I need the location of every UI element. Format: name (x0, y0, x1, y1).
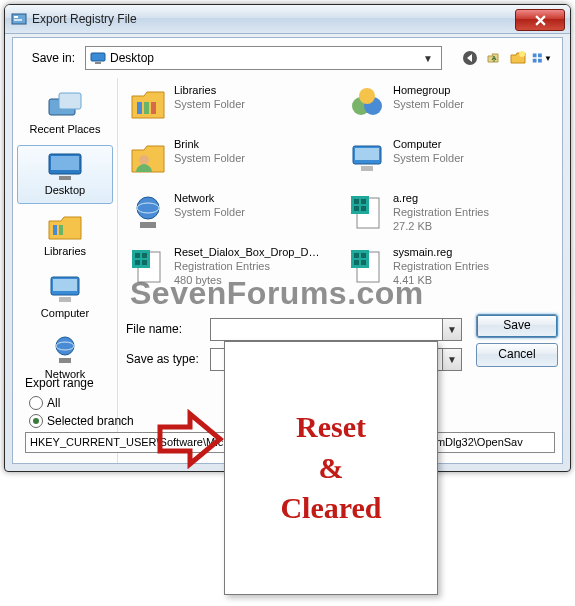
network-icon (45, 334, 85, 366)
svg-rect-42 (361, 206, 366, 211)
svg-rect-23 (59, 358, 71, 363)
save-in-value: Desktop (110, 51, 154, 65)
libraries-folder-icon (128, 84, 168, 124)
reg-file-icon (128, 246, 168, 286)
new-folder-icon (510, 50, 526, 66)
svg-rect-33 (361, 166, 373, 171)
svg-rect-7 (533, 53, 537, 57)
svg-rect-40 (361, 199, 366, 204)
reg-file-icon (347, 192, 387, 232)
svg-rect-19 (53, 279, 77, 291)
desktop-icon (90, 50, 106, 66)
svg-rect-45 (135, 253, 140, 258)
place-recent[interactable]: Recent Places (17, 84, 113, 143)
homegroup-icon (347, 84, 387, 124)
window-title: Export Registry File (32, 12, 515, 26)
chevron-down-icon[interactable]: ▼ (442, 319, 461, 340)
radio-icon (29, 414, 43, 428)
reg-file-icon (347, 246, 387, 286)
up-icon (486, 50, 502, 66)
svg-point-30 (139, 155, 149, 165)
regedit-icon (11, 11, 27, 27)
save-in-label: Save in: (23, 51, 75, 65)
close-icon (535, 15, 546, 26)
svg-rect-9 (533, 59, 537, 63)
filename-row: File name: ▼ (126, 316, 462, 342)
svg-rect-53 (354, 260, 359, 265)
place-label: Libraries (20, 245, 110, 258)
place-label: Computer (20, 307, 110, 320)
file-item[interactable]: LibrariesSystem Folder (126, 82, 335, 132)
svg-rect-25 (144, 102, 149, 114)
filename-combo[interactable]: ▼ (210, 318, 462, 341)
save-in-combo[interactable]: Desktop ▼ (85, 46, 442, 70)
radio-label: All (47, 396, 60, 410)
svg-rect-1 (14, 16, 18, 18)
file-item[interactable]: NetworkSystem Folder (126, 190, 335, 240)
svg-rect-26 (151, 102, 156, 114)
svg-rect-14 (51, 156, 79, 170)
svg-rect-12 (59, 93, 81, 109)
close-button[interactable] (515, 9, 565, 31)
place-computer[interactable]: Computer (17, 268, 113, 327)
save-button[interactable]: Save (476, 314, 558, 338)
svg-point-6 (519, 51, 525, 57)
chevron-down-icon[interactable]: ▼ (442, 349, 461, 370)
file-item[interactable]: Reset_Dialox_Box_Drop_Dow...Registration… (126, 244, 335, 294)
svg-rect-39 (354, 199, 359, 204)
annotation-text: Reset & Cleared (280, 407, 381, 529)
file-item[interactable]: sysmain.regRegistration Entries4.41 KB (345, 244, 554, 294)
save-in-row: Save in: Desktop ▼ ▼ (13, 38, 562, 74)
svg-rect-44 (132, 250, 150, 268)
svg-rect-54 (361, 260, 366, 265)
radio-icon (29, 396, 43, 410)
desktop-icon (45, 150, 85, 182)
libraries-icon (45, 211, 85, 243)
titlebar[interactable]: Export Registry File (5, 5, 570, 34)
svg-rect-17 (59, 225, 63, 235)
svg-rect-2 (14, 19, 22, 21)
back-icon (462, 50, 478, 66)
svg-point-29 (359, 88, 375, 104)
place-label: Recent Places (20, 123, 110, 136)
svg-rect-50 (351, 250, 369, 268)
cancel-button[interactable]: Cancel (476, 343, 558, 367)
user-folder-icon (128, 138, 168, 178)
recent-places-icon (45, 89, 85, 121)
svg-rect-24 (137, 102, 142, 114)
svg-rect-15 (59, 176, 71, 180)
svg-rect-41 (354, 206, 359, 211)
svg-point-34 (137, 197, 159, 219)
svg-rect-51 (354, 253, 359, 258)
file-item[interactable]: HomegroupSystem Folder (345, 82, 554, 132)
svg-rect-46 (142, 253, 147, 258)
file-item[interactable]: ComputerSystem Folder (345, 136, 554, 186)
svg-rect-16 (53, 225, 57, 235)
file-item[interactable]: BrinkSystem Folder (126, 136, 335, 186)
svg-rect-3 (91, 53, 105, 61)
svg-rect-48 (142, 260, 147, 265)
views-button[interactable]: ▼ (532, 48, 552, 68)
filename-dropdown-popup[interactable]: Reset & Cleared (224, 341, 438, 595)
computer-folder-icon (347, 138, 387, 178)
svg-rect-47 (135, 260, 140, 265)
file-list[interactable]: LibrariesSystem Folder HomegroupSystem F… (126, 82, 554, 302)
network-folder-icon (128, 192, 168, 232)
place-label: Desktop (20, 184, 110, 197)
place-libraries[interactable]: Libraries (17, 206, 113, 265)
chevron-down-icon: ▼ (419, 53, 437, 64)
svg-rect-8 (538, 53, 542, 57)
place-desktop[interactable]: Desktop (17, 145, 113, 204)
annotation-arrow-icon (155, 409, 225, 469)
radio-label: Selected branch (47, 414, 134, 428)
svg-rect-20 (59, 297, 71, 302)
svg-rect-36 (140, 222, 156, 228)
new-folder-button[interactable] (508, 48, 528, 68)
svg-rect-38 (351, 196, 369, 214)
back-button[interactable] (460, 48, 480, 68)
svg-point-21 (56, 337, 74, 355)
file-item[interactable]: a.regRegistration Entries27.2 KB (345, 190, 554, 240)
views-icon (532, 50, 544, 66)
up-button[interactable] (484, 48, 504, 68)
nav-toolbar: ▼ (460, 48, 552, 68)
